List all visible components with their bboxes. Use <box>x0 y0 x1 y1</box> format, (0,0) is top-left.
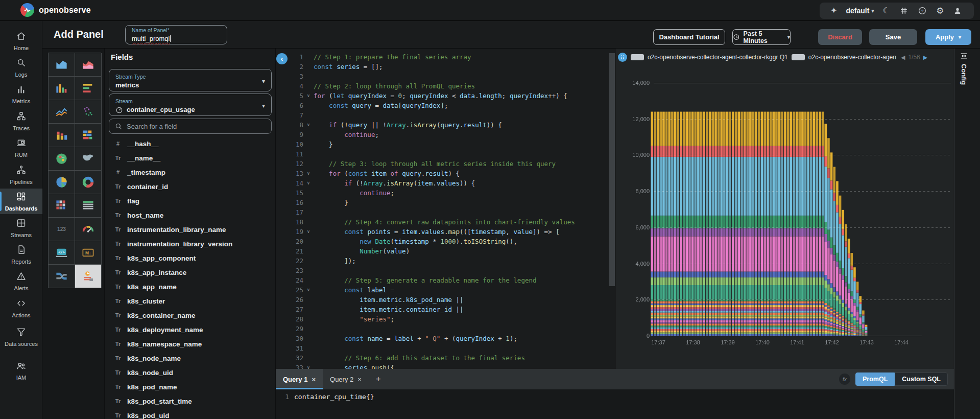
editor-line[interactable]: 18 // Step 4: convert raw datapoints int… <box>276 217 616 227</box>
settings-icon[interactable]: ⚙ <box>931 3 948 19</box>
stacked-bar-chart[interactable] <box>616 64 954 363</box>
editor-line[interactable]: 9 continue; <box>276 130 616 139</box>
org-selector-label[interactable]: default <box>842 7 870 15</box>
sidebar-item-streams[interactable]: Streams <box>0 215 42 241</box>
add-query-tab-button[interactable]: + <box>369 374 388 384</box>
field-item[interactable]: Trinstrumentation_library_version <box>105 237 276 251</box>
field-item[interactable]: Trk8s_namespace_name <box>105 337 276 351</box>
editor-line[interactable]: 15 continue; <box>276 188 616 198</box>
editor-line[interactable]: 16 } <box>276 198 616 207</box>
legend-swatch[interactable] <box>792 54 805 60</box>
chart-type-gauge[interactable] <box>75 218 102 241</box>
chart-type-scatter[interactable] <box>75 100 102 124</box>
editor-line[interactable]: 12 // Step 3: loop through all metric se… <box>276 159 616 169</box>
sidebar-item-logs[interactable]: Logs <box>0 55 42 80</box>
editor-line[interactable]: 10 } <box>276 139 616 149</box>
chart-type-markdown[interactable]: M↓ <box>75 241 102 265</box>
fold-chevron-icon[interactable]: ∨ <box>303 169 314 178</box>
apply-button[interactable]: Apply▾ <box>925 29 971 45</box>
panel-name-input[interactable]: Name of Panel* multi_promql <box>125 25 227 44</box>
editor-line[interactable]: 31 <box>276 343 616 353</box>
sidebar-item-reports[interactable]: Reports <box>0 242 42 267</box>
legend-item-label[interactable]: o2c-openobserve-collector-agent-collecto… <box>648 54 788 61</box>
dashboard-tutorial-button[interactable]: Dashboard Tutorial <box>653 29 725 45</box>
field-item[interactable]: Trinstrumentation_library_name <box>105 222 276 237</box>
sidebar-item-iam[interactable]: IAM <box>0 358 42 383</box>
editor-line[interactable]: 2const series = []; <box>276 62 616 72</box>
collapse-fields-button[interactable]: ‹ <box>276 53 288 64</box>
editor-line[interactable]: 19∨ const points = item.values.map(([tim… <box>276 227 616 237</box>
field-item[interactable]: #_timestamp <box>105 165 276 179</box>
fold-chevron-icon[interactable]: ∨ <box>303 178 314 188</box>
editor-line[interactable]: 32 // Step 6: add this dataset to the fi… <box>276 353 616 363</box>
chart-type-maps[interactable] <box>75 147 102 171</box>
brand[interactable]: openobserve <box>20 3 91 17</box>
legend-item-label[interactable]: o2c-openobserve-collector-agen <box>808 54 896 61</box>
editor-line[interactable]: 27 item.metric.container_id || <box>276 305 616 314</box>
field-item[interactable]: Trk8s_app_instance <box>105 265 276 280</box>
fold-chevron-icon[interactable]: ∨ <box>303 91 314 101</box>
chart-type-stacked-bar[interactable] <box>49 124 75 147</box>
field-item[interactable]: Trk8s_pod_name <box>105 380 276 394</box>
legend-swatch[interactable] <box>631 54 644 60</box>
chart-type-table[interactable] <box>75 194 102 218</box>
fold-chevron-icon[interactable]: ∨ <box>303 227 314 237</box>
query-tab[interactable]: Query 2× <box>323 369 369 389</box>
code-editor[interactable]: 1// Step 1: prepare the final series arr… <box>276 49 616 369</box>
field-item[interactable]: Trk8s_node_name <box>105 351 276 365</box>
chart-type-sankey[interactable] <box>49 265 75 288</box>
editor-line[interactable]: 24 // Step 5: generate a readable name f… <box>276 275 616 285</box>
stream-select[interactable]: Stream container_cpu_usage ▾ <box>109 94 272 116</box>
editor-line[interactable]: 7 <box>276 110 616 120</box>
chevron-down-icon[interactable]: ▾ <box>870 8 878 14</box>
editor-line[interactable]: 13∨ for (const item of query.result) { <box>276 169 616 178</box>
editor-line[interactable]: 21 Number(value) <box>276 246 616 256</box>
editor-line[interactable]: 23 <box>276 266 616 275</box>
sparkles-icon[interactable]: ✦ <box>826 3 842 19</box>
save-button[interactable]: Save <box>869 29 917 45</box>
query-mode-custom-sql[interactable]: Custom SQL <box>895 373 948 386</box>
sidebar-item-home[interactable]: Home <box>0 28 42 54</box>
editor-line[interactable]: 33∨ series.push({ <box>276 363 616 369</box>
chart-type-bar[interactable] <box>49 77 75 100</box>
legend-prev-icon[interactable]: ◀ <box>901 54 905 61</box>
config-tab[interactable]: Config <box>959 52 969 99</box>
discard-button[interactable]: Discard <box>818 29 862 45</box>
field-item[interactable]: Trhost_name <box>105 208 276 222</box>
stream-type-select[interactable]: Stream Type metrics ▾ <box>109 69 272 91</box>
query-editor[interactable]: 1 container_cpu_time{} <box>276 389 954 419</box>
field-item[interactable]: #__hash__ <box>105 136 276 151</box>
editor-line[interactable]: 4// Step 2: loop through all PromQL quer… <box>276 81 616 91</box>
fold-chevron-icon[interactable]: ∨ <box>303 363 314 369</box>
field-item[interactable]: Tr__name__ <box>105 151 276 165</box>
editor-line[interactable]: 3 <box>276 72 616 81</box>
chart-type-donut[interactable] <box>75 171 102 194</box>
chart-type-geomap[interactable] <box>49 147 75 171</box>
close-tab-icon[interactable]: × <box>357 376 362 383</box>
editor-line[interactable]: 20 new Date(timestamp * 1000).toISOStrin… <box>276 237 616 246</box>
field-search-input[interactable] <box>127 123 254 130</box>
chart-type-pie[interactable] <box>49 171 75 194</box>
editor-line[interactable]: 25∨ const label = <box>276 285 616 295</box>
editor-line[interactable]: 29 <box>276 324 616 334</box>
chart-type-h-bar[interactable] <box>75 77 102 100</box>
editor-line[interactable]: 22 ]); <box>276 256 616 266</box>
time-range-button[interactable]: Past 5 Minutes ▾ <box>732 29 791 45</box>
editor-scrollbar[interactable] <box>609 53 615 286</box>
field-item[interactable]: Trk8s_app_component <box>105 251 276 265</box>
editor-line[interactable]: 6 const query = data[queryIndex]; <box>276 101 616 110</box>
query-mode-promql[interactable]: PromQL <box>855 373 895 386</box>
chart-type-h-stacked[interactable] <box>75 124 102 147</box>
field-item[interactable]: Trflag <box>105 194 276 208</box>
field-item[interactable]: Trk8s_cluster <box>105 294 276 308</box>
field-item[interactable]: Trk8s_container_name <box>105 308 276 322</box>
editor-line[interactable]: 28 "series"; <box>276 314 616 324</box>
sidebar-item-traces[interactable]: Traces <box>0 108 42 134</box>
apps-icon[interactable] <box>895 3 913 19</box>
field-item[interactable]: Trk8s_app_name <box>105 280 276 294</box>
sidebar-item-alerts[interactable]: Alerts <box>0 268 42 294</box>
fold-chevron-icon[interactable]: ∨ <box>303 120 314 130</box>
sidebar-item-rum[interactable]: RUM <box>0 135 42 160</box>
editor-line[interactable]: 26 item.metric.k8s_pod_name || <box>276 295 616 305</box>
field-item[interactable]: Trk8s_deployment_name <box>105 322 276 337</box>
